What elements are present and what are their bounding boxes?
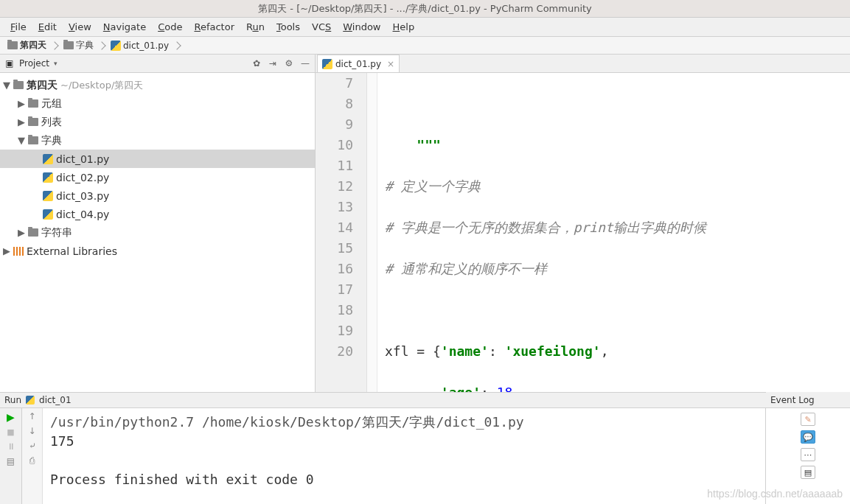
wrap-icon[interactable]: ⤶ <box>29 441 36 451</box>
tree-file-dict04[interactable]: dict_04.py <box>0 205 315 223</box>
menu-edit[interactable]: Edit <box>34 20 61 34</box>
python-file-icon <box>43 191 53 201</box>
libraries-icon <box>13 247 24 256</box>
down-icon[interactable]: ↓ <box>28 426 35 436</box>
console-output[interactable]: /usr/bin/python2.7 /home/kiosk/Desktop/第… <box>43 408 765 504</box>
run-controls-right: ↑ ↓ ⤶ ⎙ <box>22 408 43 504</box>
folder-icon <box>28 99 38 108</box>
crumb-file[interactable]: dict_01.py <box>108 38 183 53</box>
menu-bar: File Edit View Navigate Code Refactor Ru… <box>0 18 850 37</box>
editor-pane: dict_01.py × 7891011121314151617181920 "… <box>316 55 850 392</box>
print-icon[interactable]: ⎙ <box>29 455 35 466</box>
run-label: Run <box>4 395 21 405</box>
folder-icon <box>28 118 38 126</box>
menu-run[interactable]: Run <box>242 20 269 34</box>
stop-icon[interactable]: ■ <box>7 427 14 437</box>
menu-window[interactable]: Window <box>338 20 385 34</box>
menu-help[interactable]: Help <box>389 20 419 34</box>
run-output-panel: ▶ ■ ⏸ ▤ ↑ ↓ ⤶ ⎙ /usr/bin/python2.7 /home… <box>0 408 765 504</box>
menu-navigate[interactable]: Navigate <box>99 20 150 34</box>
python-file-icon <box>43 209 53 220</box>
crumb-folder[interactable]: 字典 <box>60 38 108 53</box>
folder-icon <box>28 136 38 144</box>
python-file-icon <box>43 154 53 164</box>
crumb-root[interactable]: 第四天 <box>4 38 60 53</box>
editor-tabs: dict_01.py × <box>316 55 850 73</box>
line-gutter: 7891011121314151617181920 <box>316 73 367 392</box>
settings-icon[interactable]: ✿ <box>251 58 262 69</box>
window-title: 第四天 - [~/Desktop/第四天] - .../字典/dict_01.p… <box>0 0 850 18</box>
window-icon[interactable]: ▣ <box>4 58 15 69</box>
tree-folder-zidian[interactable]: ▼字典 <box>0 131 315 150</box>
menu-vcs[interactable]: VCS <box>307 20 335 34</box>
tree-root[interactable]: ▼ 第四天 ~/Desktop/第四天 <box>0 76 315 94</box>
view-mode-dropdown[interactable]: ▾ <box>54 60 58 67</box>
close-icon[interactable]: × <box>387 59 394 69</box>
menu-file[interactable]: File <box>6 20 31 34</box>
up-icon[interactable]: ↑ <box>28 411 35 421</box>
menu-view[interactable]: View <box>64 20 96 34</box>
menu-code[interactable]: Code <box>153 20 187 34</box>
pane-title: Project <box>19 58 49 69</box>
project-pane-header: ▣ Project ▾ ✿ ⇥ ⚙ — <box>0 55 315 73</box>
tree-file-dict02[interactable]: dict_02.py <box>0 168 315 186</box>
tree-folder-zifuchuan[interactable]: ▶字符串 <box>0 223 315 242</box>
collapse-icon[interactable]: ⇥ <box>268 58 278 69</box>
python-file-icon <box>43 172 53 183</box>
folder-icon <box>63 41 74 49</box>
event-icon-4[interactable]: ▤ <box>801 466 815 479</box>
tab-dict01[interactable]: dict_01.py × <box>317 55 400 72</box>
tree-file-dict01[interactable]: dict_01.py <box>0 150 315 168</box>
event-icon-2[interactable]: 💬 <box>801 430 815 444</box>
run-tool-header: Run dict_01 ⚙ — <box>0 392 850 408</box>
project-tree[interactable]: ▼ 第四天 ~/Desktop/第四天 ▶元组 ▶列表 ▼字典 dict_01.… <box>0 73 315 392</box>
event-icon-3[interactable]: ⋯ <box>801 448 815 461</box>
folder-icon <box>7 41 18 49</box>
python-file-icon <box>26 396 35 405</box>
code-editor[interactable]: 7891011121314151617181920 """ # 定义一个字典 #… <box>316 73 850 392</box>
gear-icon[interactable]: ⚙ <box>284 58 294 69</box>
run-config-name: dict_01 <box>39 395 72 405</box>
fold-column <box>367 73 377 392</box>
rerun-icon[interactable]: ▶ <box>7 411 15 423</box>
breadcrumb: 第四天 字典 dict_01.py <box>0 37 850 55</box>
event-log-title: Event Log <box>766 392 850 408</box>
python-file-icon <box>322 59 332 69</box>
menu-refactor[interactable]: Refactor <box>189 20 239 34</box>
tab-label: dict_01.py <box>335 59 381 69</box>
folder-icon <box>13 81 24 89</box>
folder-icon <box>28 228 38 237</box>
pause-icon[interactable]: ⏸ <box>7 441 15 452</box>
event-icon-1[interactable]: ✎ <box>801 413 815 426</box>
watermark: https://blog.csdn.net/aaaaaab <box>707 488 843 500</box>
tree-folder-liebiao[interactable]: ▶列表 <box>0 113 315 131</box>
project-pane: ▣ Project ▾ ✿ ⇥ ⚙ — ▼ 第四天 ~/Desktop/第四天 … <box>0 55 316 392</box>
tree-folder-yuanzu[interactable]: ▶元组 <box>0 94 315 113</box>
hide-icon[interactable]: — <box>300 58 310 69</box>
layout-icon[interactable]: ▤ <box>7 456 15 466</box>
code-text[interactable]: """ # 定义一个字典 # 字典是一个无序的数据集合，print输出字典的时候… <box>377 73 850 392</box>
python-file-icon <box>111 41 121 51</box>
menu-tools[interactable]: Tools <box>272 20 304 34</box>
run-controls-left: ▶ ■ ⏸ ▤ <box>0 408 22 504</box>
tree-external-libraries[interactable]: ▶External Libraries <box>0 242 315 260</box>
tree-file-dict03[interactable]: dict_03.py <box>0 186 315 205</box>
